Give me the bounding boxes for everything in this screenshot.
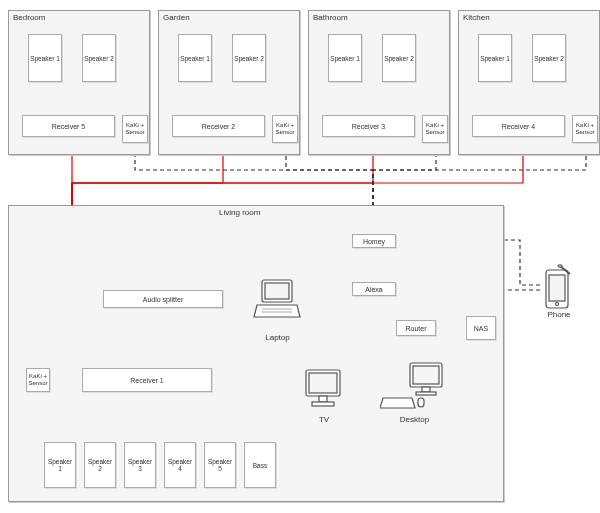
bathroom-sensor: KaKi + Sensor — [422, 115, 448, 143]
desktop-icon — [380, 360, 450, 415]
svg-rect-4 — [306, 370, 340, 396]
living-speaker-3: Speaker 3 — [124, 442, 156, 488]
bedroom-receiver: Receiver 5 — [22, 115, 115, 137]
living-speaker-4: Speaker 4 — [164, 442, 196, 488]
room-kitchen: Kitchen Speaker 1 Speaker 2 Receiver 4 K… — [458, 10, 600, 155]
phone-icon — [540, 262, 576, 312]
svg-rect-10 — [422, 387, 430, 392]
bedroom-sensor: KaKi + Sensor — [122, 115, 148, 143]
svg-rect-6 — [319, 396, 327, 402]
laptop-label: Laptop — [255, 333, 300, 342]
room-living-title: Living room — [219, 208, 260, 217]
kitchen-speaker-1: Speaker 1 — [478, 34, 512, 82]
svg-rect-1 — [265, 283, 289, 299]
svg-rect-13 — [546, 270, 568, 308]
room-bedroom: Bedroom Speaker 1 Speaker 2 Receiver 5 K… — [8, 10, 150, 155]
living-speaker-1: Speaker 1 — [44, 442, 76, 488]
bathroom-speaker-2: Speaker 2 — [382, 34, 416, 82]
homey-box: Homey — [352, 234, 396, 248]
room-bedroom-title: Bedroom — [13, 13, 45, 22]
bathroom-receiver: Receiver 3 — [322, 115, 415, 137]
laptop-icon — [252, 275, 302, 330]
bedroom-speaker-1: Speaker 1 — [28, 34, 62, 82]
garden-sensor: KaKi + Sensor — [272, 115, 298, 143]
kitchen-receiver: Receiver 4 — [472, 115, 565, 137]
garden-speaker-2: Speaker 2 — [232, 34, 266, 82]
phone-label: Phone — [542, 310, 576, 319]
svg-rect-7 — [312, 402, 334, 406]
kitchen-speaker-2: Speaker 2 — [532, 34, 566, 82]
svg-rect-9 — [413, 366, 439, 384]
kitchen-sensor: KaKi + Sensor — [572, 115, 598, 143]
room-bathroom: Bathroom Speaker 1 Speaker 2 Receiver 3 … — [308, 10, 450, 155]
room-garden-title: Garden — [163, 13, 190, 22]
garden-receiver: Receiver 2 — [172, 115, 265, 137]
nas-box: NAS — [466, 316, 496, 340]
living-receiver: Receiver 1 — [82, 368, 212, 392]
room-kitchen-title: Kitchen — [463, 13, 490, 22]
audio-splitter: Audio splitter — [103, 290, 223, 308]
alexa-box: Alexa — [352, 282, 396, 296]
svg-rect-12 — [418, 398, 424, 407]
room-bathroom-title: Bathroom — [313, 13, 348, 22]
living-speaker-5: Speaker 5 — [204, 442, 236, 488]
living-bass: Bass — [244, 442, 276, 488]
svg-rect-11 — [416, 392, 436, 395]
svg-rect-0 — [262, 280, 292, 302]
svg-rect-14 — [549, 275, 565, 301]
tv-icon — [298, 365, 348, 415]
svg-rect-5 — [309, 373, 337, 393]
svg-point-15 — [556, 303, 559, 306]
svg-point-16 — [558, 265, 562, 267]
desktop-label: Desktop — [392, 415, 437, 424]
bathroom-speaker-1: Speaker 1 — [328, 34, 362, 82]
garden-speaker-1: Speaker 1 — [178, 34, 212, 82]
room-garden: Garden Speaker 1 Speaker 2 Receiver 2 Ka… — [158, 10, 300, 155]
diagram-canvas: Bedroom Speaker 1 Speaker 2 Receiver 5 K… — [0, 0, 600, 513]
living-sensor: KaKi + Sensor — [26, 368, 50, 392]
living-speaker-2: Speaker 2 — [84, 442, 116, 488]
router-box: Router — [396, 320, 436, 336]
svg-rect-8 — [410, 363, 442, 387]
bedroom-speaker-2: Speaker 2 — [82, 34, 116, 82]
tv-label: TV — [312, 415, 336, 424]
